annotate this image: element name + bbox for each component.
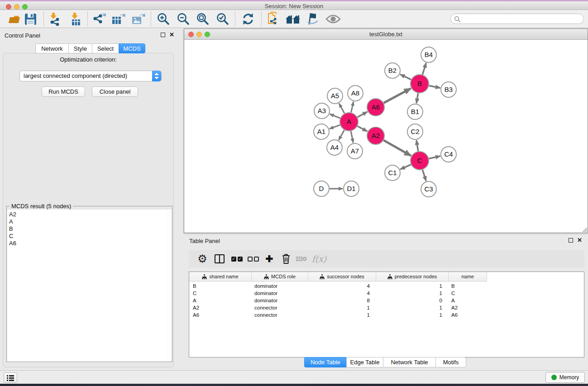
zoom-out-icon[interactable] — [176, 12, 191, 26]
graph-edge[interactable] — [416, 140, 418, 151]
task-history-button[interactable] — [4, 372, 17, 383]
mcds-result-item[interactable]: B — [9, 225, 166, 233]
table-options-gear-icon[interactable]: ⚙ — [196, 252, 209, 266]
table-panel-tabs: Node Table Edge Table Network Table Moti… — [304, 357, 466, 367]
open-session-icon[interactable] — [7, 12, 22, 26]
close-table-panel-icon[interactable]: ✕ — [577, 238, 582, 243]
eye-icon[interactable] — [325, 12, 341, 26]
table-row[interactable]: A2connector11A2 — [189, 304, 487, 311]
column-header-shared-name[interactable]: shared name — [189, 272, 252, 281]
export-image-icon[interactable] — [130, 12, 146, 26]
graph-node-label: C4 — [444, 150, 453, 158]
graph-edge[interactable] — [358, 126, 368, 131]
graph-edge[interactable] — [422, 170, 426, 181]
search-input[interactable] — [450, 14, 584, 24]
table-cell: 1 — [376, 311, 449, 319]
tab-edge-table[interactable]: Edge Table — [346, 357, 383, 367]
graph-edge[interactable] — [429, 86, 440, 88]
status-bar: Memory — [0, 370, 588, 384]
table-cell: dominator — [252, 282, 308, 290]
table-cell: connector — [252, 311, 308, 319]
graph-edge[interactable] — [416, 93, 418, 104]
tab-select[interactable]: Select — [92, 43, 119, 53]
graph-edge[interactable] — [357, 112, 367, 117]
import-network-icon[interactable] — [47, 12, 62, 26]
mcds-list-scrollbar[interactable] — [166, 210, 172, 362]
table-panel-title: Table Panel — [189, 238, 220, 244]
graph-edge[interactable] — [429, 156, 440, 158]
import-table-icon[interactable] — [68, 12, 83, 26]
tab-network-table[interactable]: Network Table — [383, 357, 435, 367]
graph-edge[interactable] — [339, 130, 344, 140]
tab-node-table[interactable]: Node Table — [304, 357, 346, 367]
mcds-result-item[interactable]: C — [9, 233, 166, 240]
graph-edge[interactable] — [351, 102, 354, 113]
table-cell: 1 — [308, 304, 376, 311]
node-table: shared name MCDS role successor nodes pr… — [189, 272, 584, 357]
criterion-dropdown[interactable]: largest connected component (directed) — [19, 71, 162, 81]
save-session-icon[interactable] — [23, 12, 38, 26]
select-all-checks-icon[interactable]: ✓✓ — [229, 252, 244, 266]
float-panel-icon[interactable] — [161, 33, 165, 37]
home-icon[interactable] — [285, 12, 301, 26]
zoom-fit-icon[interactable] — [195, 12, 210, 26]
graph-edge[interactable] — [330, 114, 340, 118]
deselect-all-checks-icon[interactable] — [246, 252, 260, 266]
graph-edge[interactable] — [383, 140, 411, 156]
graph-node-label: A5 — [331, 92, 339, 100]
mcds-result-list[interactable]: A2ABCA6 — [7, 210, 167, 362]
toolbar-separator — [87, 12, 88, 26]
zoom-selected-icon[interactable] — [215, 12, 230, 26]
table-row[interactable]: Adominator80A — [189, 297, 487, 304]
column-header-name[interactable]: name — [449, 272, 487, 281]
table-header-row: shared name MCDS role successor nodes pr… — [189, 272, 487, 281]
window-resize-grip[interactable] — [581, 226, 587, 232]
graph-edge[interactable] — [330, 125, 340, 129]
mcds-result-box: MCDS result (5 nodes) A2ABCA6 — [6, 206, 172, 362]
add-column-icon[interactable]: ✚ — [263, 252, 276, 266]
list-icon — [7, 375, 14, 381]
graph-edge[interactable] — [422, 63, 426, 75]
delete-column-icon[interactable] — [279, 252, 293, 266]
table-row[interactable]: Bdominator41B — [189, 282, 487, 290]
memory-button[interactable]: Memory — [545, 372, 585, 383]
main-toolbar — [0, 10, 588, 28]
table-cell: 4 — [308, 290, 376, 297]
dropdown-stepper-icon — [152, 71, 161, 81]
network-window-titlebar[interactable]: testGlobe.txt — [184, 29, 588, 40]
table-cell: 1 — [376, 282, 449, 290]
graph-edge[interactable] — [339, 104, 344, 114]
graph-edge[interactable] — [351, 131, 353, 143]
control-panel-buttons: ✕ — [161, 33, 174, 37]
table-row[interactable]: Cdominator41C — [189, 290, 487, 297]
network-canvas[interactable]: B4B2BB3A5A8A6A3AB1A1C2A2A4A7C4CC1C3DD1 — [184, 40, 588, 233]
column-header-mcds-role[interactable]: MCDS role — [252, 272, 308, 281]
mcds-result-item[interactable]: A6 — [9, 240, 166, 247]
zoom-in-icon[interactable] — [156, 12, 171, 26]
table-row[interactable]: A6connector11A6 — [189, 311, 487, 319]
refresh-icon[interactable] — [240, 12, 256, 26]
run-mcds-button[interactable]: Run MCDS — [42, 86, 85, 97]
graph-node-label: D1 — [347, 185, 355, 192]
graph-edge[interactable] — [400, 74, 411, 80]
tab-style[interactable]: Style — [68, 43, 92, 53]
tab-mcds[interactable]: MCDS — [119, 43, 145, 53]
tab-motifs[interactable]: Motifs — [435, 357, 466, 367]
flag-toggle-icon[interactable] — [305, 12, 320, 26]
graph-edge[interactable] — [384, 88, 411, 103]
tab-network[interactable]: Network — [35, 43, 68, 53]
export-network-icon[interactable] — [91, 12, 106, 26]
mcds-result-item[interactable]: A — [9, 218, 166, 225]
graph-edge[interactable] — [400, 165, 411, 170]
new-network-from-selection-icon[interactable] — [266, 12, 282, 26]
table-cell: 8 — [308, 297, 376, 304]
mcds-result-item[interactable]: A2 — [9, 211, 166, 218]
export-table-icon[interactable] — [110, 12, 126, 26]
column-header-successor-nodes[interactable]: successor nodes — [308, 272, 376, 281]
column-header-predecessor-nodes[interactable]: predecessor nodes — [376, 272, 449, 281]
close-panel-icon[interactable]: ✕ — [169, 33, 174, 37]
close-panel-button[interactable]: Close panel — [92, 86, 138, 97]
float-table-panel-icon[interactable] — [569, 238, 573, 243]
graph-node-label: B3 — [445, 86, 453, 93]
column-view-icon[interactable] — [213, 252, 226, 266]
